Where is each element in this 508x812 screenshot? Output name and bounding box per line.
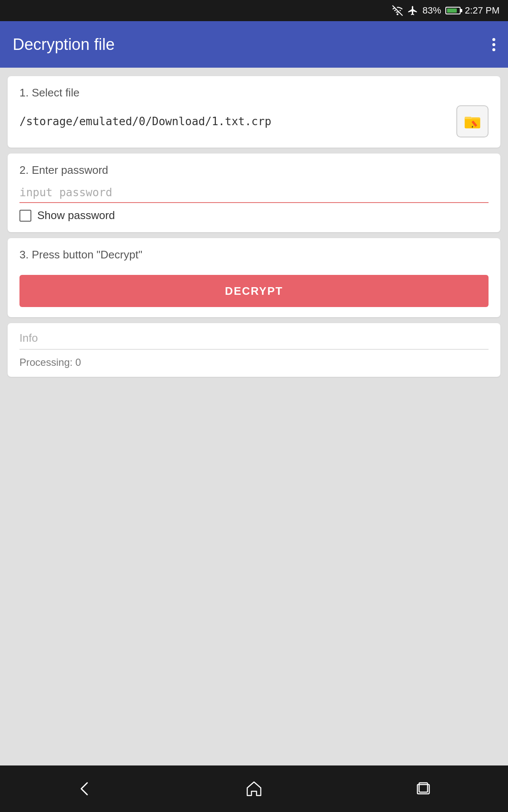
password-section: Show password <box>19 183 489 222</box>
file-picker-button[interactable] <box>456 105 489 137</box>
password-input[interactable] <box>19 183 489 203</box>
battery-icon <box>445 7 461 14</box>
folder-edit-icon <box>463 112 482 131</box>
signal-icon <box>392 5 403 16</box>
info-progress: Processing: 0 <box>19 357 489 368</box>
more-dot-3 <box>492 48 495 51</box>
step1-label: 1. Select file <box>19 86 489 99</box>
battery-percentage: 83% <box>422 5 441 16</box>
home-icon <box>245 779 263 798</box>
enter-password-card: 2. Enter password Show password <box>8 154 500 232</box>
file-path: /storage/emulated/0/Download/1.txt.crp <box>19 115 450 128</box>
info-divider <box>19 349 489 350</box>
airplane-icon <box>407 5 418 16</box>
back-button[interactable] <box>69 773 101 805</box>
recents-button[interactable] <box>407 773 439 805</box>
show-password-label[interactable]: Show password <box>37 209 115 222</box>
home-button[interactable] <box>238 773 270 805</box>
nav-bar <box>0 765 508 812</box>
show-password-checkbox[interactable] <box>19 210 31 222</box>
select-file-card: 1. Select file /storage/emulated/0/Downl… <box>8 76 500 148</box>
more-dot-1 <box>492 38 495 41</box>
status-icons: 83% 2:27 PM <box>392 5 500 16</box>
back-icon <box>75 779 94 798</box>
info-label: Info <box>19 332 489 345</box>
file-section: /storage/emulated/0/Download/1.txt.crp <box>19 105 489 137</box>
decrypt-card: 3. Press button "Decrypt" DECRYPT <box>8 238 500 317</box>
show-password-row: Show password <box>19 209 489 222</box>
recents-icon <box>414 779 433 798</box>
status-time: 2:27 PM <box>465 5 500 16</box>
svg-point-1 <box>397 14 398 15</box>
app-bar: Decryption file <box>0 21 508 68</box>
more-options-button[interactable] <box>492 38 495 51</box>
step2-label: 2. Enter password <box>19 164 489 177</box>
app-title: Decryption file <box>13 36 115 54</box>
status-bar: 83% 2:27 PM <box>0 0 508 21</box>
main-content: 1. Select file /storage/emulated/0/Downl… <box>0 68 508 765</box>
more-dot-2 <box>492 43 495 46</box>
info-card: Info Processing: 0 <box>8 323 500 377</box>
step3-label: 3. Press button "Decrypt" <box>19 248 489 261</box>
decrypt-button[interactable]: DECRYPT <box>19 275 489 307</box>
